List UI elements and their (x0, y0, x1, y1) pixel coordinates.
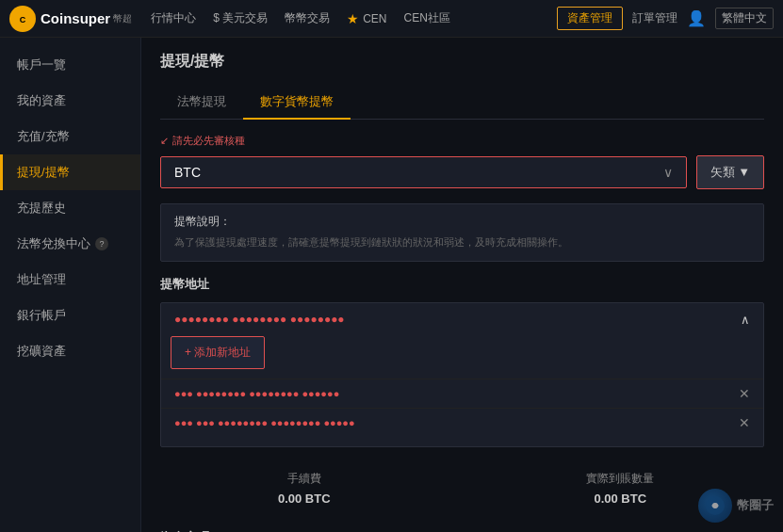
coin-selected-label: BTC (174, 165, 201, 180)
nav-coin-trade[interactable]: 幣幣交易 (285, 10, 330, 26)
sidebar-item-mining[interactable]: 挖礦資產 (0, 333, 140, 369)
cen-icon: ★ (347, 11, 359, 26)
logo[interactable]: C Coinsuper 幣超 (9, 6, 132, 32)
sidebar-item-assets[interactable]: 我的資產 (0, 83, 140, 119)
order-mgmt-button[interactable]: 訂單管理 (632, 10, 677, 26)
address-body: + 添加新地址 ●●● ●●●●●●●● ●●●●●●●● ●●●●●● ✕ ●… (161, 336, 763, 446)
chevron-up-icon: ∧ (741, 313, 750, 327)
fee-value: 0.00 BTC (160, 492, 449, 506)
sidebar-item-fiat-exchange[interactable]: 法幣兌換中心 ? (0, 226, 140, 262)
desc-text: 為了保護提現處理速度，請確意提幣提現到鏈狀狀的狀況和弱述，及時充成相關操作。 (174, 234, 750, 251)
sidebar-item-account[interactable]: 帳戶一覽 (0, 47, 140, 83)
nav-cen-community[interactable]: CEN社區 (404, 10, 450, 26)
address-item-1: ●●● ●●●●●●●● ●●●●●●●● ●●●●●● ✕ (161, 379, 763, 408)
note-text: 請先必先審核種 (160, 134, 764, 148)
svg-text:C: C (20, 15, 26, 24)
description-box: 提幣說明： 為了保護提現處理速度，請確意提幣提現到鏈狀狀的狀況和弱述，及時充成相… (160, 203, 764, 262)
main-content: 提現/提幣 法幣提現 數字貨幣提幣 請先必先審核種 BTC ∨ 矢類 ▼ 提幣說… (141, 38, 783, 532)
sidebar-item-withdraw[interactable]: 提現/提幣 (0, 154, 140, 190)
desc-title: 提幣說明： (174, 214, 750, 230)
svg-point-3 (712, 503, 718, 508)
address-value-1: ●●● ●●●●●●●● ●●●●●●●● ●●●●●● (174, 388, 339, 399)
capital-section-title: 資金密碼 (160, 529, 764, 532)
remove-address-2[interactable]: ✕ (739, 415, 750, 430)
add-address-button[interactable]: + 添加新地址 (171, 336, 265, 369)
address-header[interactable]: ●●●●●●●● ●●●●●●●● ●●●●●●●● ∧ (161, 303, 763, 336)
network-button[interactable]: 矢類 ▼ (696, 155, 764, 189)
coin-select-row: BTC ∨ 矢類 ▼ (160, 155, 764, 189)
coin-selector[interactable]: BTC ∨ (160, 156, 687, 188)
address-item-2: ●●● ●●● ●●●●●●●● ●●●●●●●● ●●●●● ✕ (161, 408, 763, 437)
fee-label: 手續費 (160, 471, 449, 487)
capital-section: 資金密碼 ∨ 忘記資金密碼？ (160, 529, 764, 532)
sidebar-item-deposit[interactable]: 充值/充幣 (0, 119, 140, 154)
sidebar: 帳戶一覽 我的資產 充值/充幣 提現/提幣 充提歷史 法幣兌換中心 ? 地址管理… (0, 38, 141, 532)
arrival-label: 實際到賬數量 (477, 471, 765, 487)
nav-items: 行情中心 $ 美元交易 幣幣交易 ★ CEN CEN社區 (151, 10, 557, 26)
nav-market[interactable]: 行情中心 (151, 10, 196, 26)
selected-address: ●●●●●●●● ●●●●●●●● ●●●●●●●● (174, 313, 345, 326)
top-navigation: C Coinsuper 幣超 行情中心 $ 美元交易 幣幣交易 ★ CEN CE… (0, 0, 783, 38)
language-selector[interactable]: 繁體中文 (715, 8, 774, 29)
asset-mgmt-button[interactable]: 資產管理 (557, 7, 623, 30)
nav-cen[interactable]: ★ CEN (347, 11, 386, 26)
sidebar-item-bank[interactable]: 銀行帳戶 (0, 298, 140, 333)
fee-row: 手續費 0.00 BTC 實際到賬數量 0.00 BTC (160, 457, 764, 520)
address-section-title: 提幣地址 (160, 276, 764, 293)
page-title: 提現/提幣 (160, 52, 764, 72)
address-dropdown: ●●●●●●●● ●●●●●●●● ●●●●●●●● ∧ + 添加新地址 ●●●… (160, 302, 764, 447)
logo-sub: 幣超 (113, 12, 132, 25)
logo-icon: C (9, 6, 36, 32)
watermark-text: 幣圈子 (737, 497, 774, 514)
chevron-down-icon: ∨ (663, 165, 673, 180)
user-icon[interactable]: 👤 (687, 9, 706, 27)
tab-bar: 法幣提現 數字貨幣提幣 (160, 86, 764, 120)
sidebar-item-history[interactable]: 充提歷史 (0, 190, 140, 226)
logo-text: Coinsuper (41, 10, 110, 26)
main-layout: 帳戶一覽 我的資產 充值/充幣 提現/提幣 充提歷史 法幣兌換中心 ? 地址管理… (0, 38, 783, 532)
fiat-badge: ? (95, 237, 108, 250)
tab-fiat-withdraw[interactable]: 法幣提現 (160, 86, 243, 120)
tab-crypto-withdraw[interactable]: 數字貨幣提幣 (243, 86, 351, 120)
address-value-2: ●●● ●●● ●●●●●●●● ●●●●●●●● ●●●●● (174, 417, 355, 428)
watermark-icon (698, 489, 732, 523)
remove-address-1[interactable]: ✕ (739, 386, 750, 401)
watermark: 幣圈子 (698, 489, 774, 523)
nav-right: 資產管理 訂單管理 👤 繁體中文 (557, 7, 774, 30)
nav-usd-trade[interactable]: $ 美元交易 (213, 10, 268, 26)
fee-col: 手續費 0.00 BTC (160, 471, 449, 506)
sidebar-item-address-mgmt[interactable]: 地址管理 (0, 262, 140, 298)
